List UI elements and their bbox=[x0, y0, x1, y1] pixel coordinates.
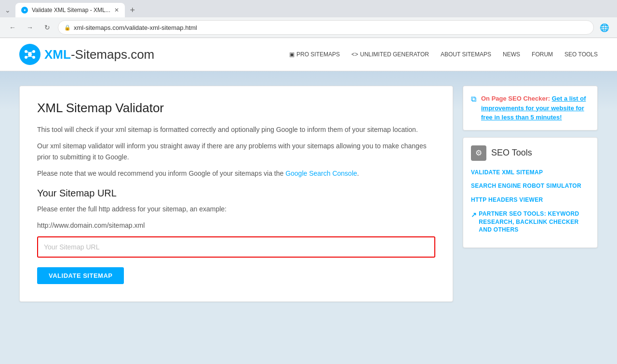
active-tab[interactable]: ✦ Validate XML Sitemap - XML... ✕ bbox=[15, 3, 125, 17]
svg-point-4 bbox=[25, 56, 27, 59]
svg-line-8 bbox=[27, 56, 30, 57]
description-para2: Our xml sitemap validator will inform yo… bbox=[37, 141, 435, 162]
svg-point-2 bbox=[25, 50, 27, 53]
svg-line-9 bbox=[30, 56, 33, 57]
content-area: XML Sitemap Validator This tool will che… bbox=[19, 86, 598, 302]
input-hint: Please enter the full http address for y… bbox=[37, 204, 435, 214]
sitemap-url-input[interactable] bbox=[37, 236, 435, 258]
input-example: http://www.domain.com/sitemap.xml bbox=[37, 220, 435, 231]
site-header: XML-Sitemaps.com ▣ PRO SITEMAPS <> UNLIM… bbox=[0, 38, 617, 71]
svg-line-6 bbox=[27, 52, 30, 52]
nav-pro-sitemaps[interactable]: ▣ PRO SITEMAPS bbox=[289, 51, 340, 58]
logo[interactable]: XML-Sitemaps.com bbox=[19, 44, 154, 65]
tab-favicon: ✦ bbox=[21, 7, 28, 13]
seo-tool-http-headers[interactable]: HTTP HEADERS VIEWER bbox=[471, 196, 590, 204]
back-button[interactable]: ← bbox=[6, 21, 19, 34]
new-tab-button[interactable]: + bbox=[127, 4, 138, 16]
main-nav: ▣ PRO SITEMAPS <> UNLIMITED GENERATOR AB… bbox=[289, 51, 598, 58]
translate-icon[interactable]: 🌐 bbox=[598, 21, 611, 34]
url-text: xml-sitemaps.com/validate-xml-sitemap.ht… bbox=[74, 24, 197, 31]
seo-tools-header: ⚙ SEO Tools bbox=[471, 145, 590, 161]
seo-tool-validate-xml[interactable]: VALIDATE XML SITEMAP bbox=[471, 169, 590, 177]
seo-checker-label: On Page SEO Checker: bbox=[481, 95, 550, 102]
google-search-console-link[interactable]: Google Search Console bbox=[285, 169, 357, 177]
seo-tools-title: SEO Tools bbox=[491, 148, 532, 158]
svg-point-3 bbox=[32, 50, 35, 53]
svg-point-5 bbox=[32, 56, 35, 59]
code-icon: <> bbox=[351, 51, 358, 58]
trend-icon: ↗ bbox=[471, 210, 477, 220]
seo-checker-content: ⧉ On Page SEO Checker: Get a list of imp… bbox=[471, 94, 590, 122]
tab-title: Validate XML Sitemap - XML... bbox=[32, 7, 110, 13]
sidebar: ⧉ On Page SEO Checker: Get a list of imp… bbox=[463, 86, 598, 302]
description-para3: Please note that we would recommend you … bbox=[37, 168, 435, 179]
seo-tools-card: ⚙ SEO Tools VALIDATE XML SITEMAP SEARCH … bbox=[463, 137, 598, 248]
url-bar[interactable]: 🔒 xml-sitemaps.com/validate-xml-sitemap.… bbox=[58, 20, 594, 35]
svg-line-7 bbox=[30, 52, 33, 52]
seo-tool-robot-simulator[interactable]: SEARCH ENGINE ROBOT SIMULATOR bbox=[471, 182, 590, 190]
address-bar: ← → ↻ 🔒 xml-sitemaps.com/validate-xml-si… bbox=[0, 17, 617, 38]
tab-close-button[interactable]: ✕ bbox=[114, 7, 119, 13]
logo-text: XML-Sitemaps.com bbox=[44, 47, 154, 62]
logo-rest: -Sitemaps.com bbox=[71, 47, 154, 62]
tab-list-icon[interactable]: ⌄ bbox=[4, 6, 12, 14]
validate-sitemap-button[interactable]: VALIDATE SITEMAP bbox=[37, 267, 124, 284]
refresh-button[interactable]: ↻ bbox=[40, 21, 54, 34]
page-title: XML Sitemap Validator bbox=[37, 101, 435, 116]
lock-icon: 🔒 bbox=[64, 25, 71, 31]
partner-tool-label: PARTNER SEO TOOLS: KEYWORD RESEARCH, BAC… bbox=[479, 210, 590, 234]
browser-chrome: ⌄ ✦ Validate XML Sitemap - XML... ✕ + ← … bbox=[0, 0, 617, 38]
nav-unlimited-generator[interactable]: <> UNLIMITED GENERATOR bbox=[351, 51, 429, 58]
tab-bar: ⌄ ✦ Validate XML Sitemap - XML... ✕ + bbox=[0, 0, 617, 17]
sitemap-url-heading: Your Sitemap URL bbox=[37, 188, 435, 199]
page-background: XML Sitemap Validator This tool will che… bbox=[0, 71, 617, 341]
nav-news[interactable]: NEWS bbox=[503, 51, 520, 58]
main-card: XML Sitemap Validator This tool will che… bbox=[19, 86, 453, 302]
nav-seo-tools[interactable]: SEO TOOLS bbox=[564, 51, 598, 58]
nav-about-sitemaps[interactable]: ABOUT SITEMAPS bbox=[441, 51, 491, 58]
tab-nav-icons: ⌄ bbox=[4, 6, 12, 14]
logo-icon bbox=[19, 44, 40, 65]
pro-icon: ▣ bbox=[289, 51, 295, 58]
nav-forum[interactable]: FORUM bbox=[532, 51, 553, 58]
description-para1: This tool will check if your xml sitemap… bbox=[37, 124, 435, 135]
gear-icon: ⚙ bbox=[471, 145, 486, 161]
external-link-icon: ⧉ bbox=[471, 95, 476, 104]
seo-checker-text: On Page SEO Checker: Get a list of impro… bbox=[481, 94, 590, 122]
seo-tool-partner[interactable]: ↗ PARTNER SEO TOOLS: KEYWORD RESEARCH, B… bbox=[471, 210, 590, 234]
forward-button[interactable]: → bbox=[23, 21, 37, 34]
para3-prefix: Please note that we would recommend you … bbox=[37, 169, 285, 177]
svg-point-1 bbox=[28, 52, 32, 56]
para3-suffix: . bbox=[357, 169, 359, 177]
logo-xml: XML bbox=[44, 47, 71, 62]
seo-checker-card: ⧉ On Page SEO Checker: Get a list of imp… bbox=[463, 86, 598, 130]
